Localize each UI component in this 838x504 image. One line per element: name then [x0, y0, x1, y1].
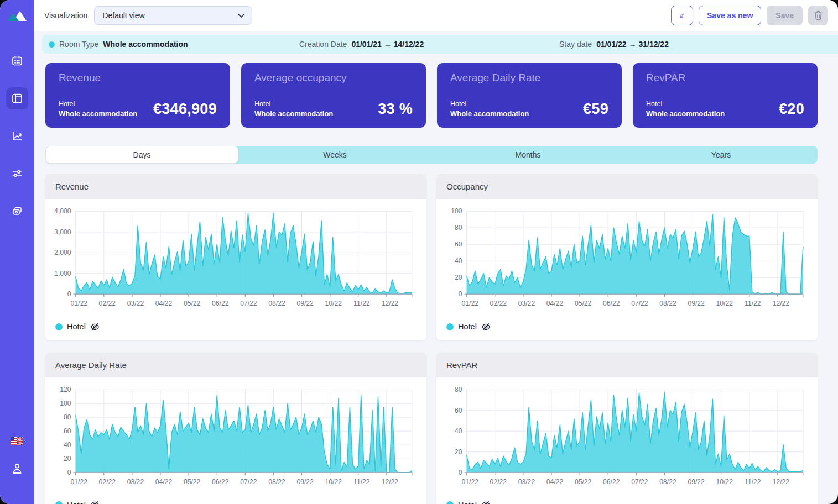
svg-text:0: 0 — [67, 469, 71, 476]
svg-text:01/22: 01/22 — [71, 300, 88, 307]
svg-text:12/22: 12/22 — [773, 300, 790, 307]
sidebar-item-analytics[interactable] — [6, 125, 28, 147]
kpi-value: €59 — [583, 101, 608, 118]
room-type-filter[interactable]: Room Type Whole accommodation — [42, 40, 299, 49]
svg-text:3,000: 3,000 — [54, 228, 71, 236]
creation-date-label: Creation Date — [299, 40, 347, 49]
kpi-card-revpar: RevPAR Hotel Whole accommodation €20 — [633, 63, 818, 128]
svg-text:02/22: 02/22 — [490, 478, 507, 486]
kpi-title: Average Daily Rate — [450, 72, 608, 84]
kpi-property: Hotel — [59, 99, 137, 109]
svg-text:20: 20 — [64, 455, 71, 463]
svg-text:02/22: 02/22 — [99, 478, 116, 486]
svg-text:08/22: 08/22 — [268, 478, 285, 486]
sidebar-item-dashboard[interactable] — [6, 87, 28, 109]
series-dot-icon — [55, 323, 63, 330]
svg-text:09/22: 09/22 — [688, 300, 705, 307]
svg-text:60: 60 — [455, 406, 462, 414]
sidebar-item-filters[interactable] — [6, 162, 28, 185]
hide-series-toggle[interactable] — [481, 500, 491, 504]
kpi-property: Hotel — [254, 99, 333, 109]
svg-text:40: 40 — [455, 257, 462, 265]
eye-off-icon — [481, 322, 491, 332]
revpar-chart-panel: RevPAR 02040608001/2202/2203/2204/2205/2… — [436, 353, 818, 504]
sidebar-item-calendar[interactable] — [6, 50, 28, 72]
edit-view-button[interactable] — [671, 6, 693, 25]
svg-text:10/22: 10/22 — [325, 300, 342, 307]
topbar-actions: Save as new Save — [671, 6, 828, 25]
view-select[interactable]: Default view — [94, 6, 252, 25]
svg-text:09/22: 09/22 — [688, 478, 705, 486]
chart-legend: Hotel — [436, 494, 818, 504]
svg-text:20: 20 — [455, 448, 462, 455]
room-type-dot-icon — [49, 41, 55, 48]
kpi-property: Hotel — [450, 99, 529, 109]
hide-series-toggle[interactable] — [481, 322, 491, 332]
svg-text:06/22: 06/22 — [212, 478, 229, 486]
svg-text:02/22: 02/22 — [99, 300, 116, 307]
filter-bar[interactable]: Room Type Whole accommodation Creation D… — [42, 35, 838, 54]
tab-years[interactable]: Years — [624, 146, 818, 164]
delete-view-button[interactable] — [808, 6, 828, 25]
chart-legend: Hotel — [436, 316, 818, 340]
svg-text:05/22: 05/22 — [184, 300, 201, 307]
svg-text:03/22: 03/22 — [127, 300, 144, 307]
hide-series-toggle[interactable] — [90, 322, 100, 332]
copy-cards-icon — [11, 205, 23, 217]
creation-date-value: 01/01/21 → 14/12/22 — [351, 40, 424, 49]
chevron-down-icon — [237, 13, 245, 18]
kpi-segment: Whole accommodation — [59, 109, 137, 118]
svg-text:11/22: 11/22 — [353, 478, 370, 486]
series-dot-icon — [446, 501, 454, 504]
kpi-card-average-daily-rate: Average Daily Rate Hotel Whole accommoda… — [437, 63, 622, 128]
kpi-segment: Whole accommodation — [646, 109, 725, 118]
chart-title: RevPAR — [436, 353, 818, 377]
revenue-chart[interactable]: 01,0002,0003,0004,00001/2202/2203/2204/2… — [45, 199, 426, 316]
chart-legend: Hotel — [45, 316, 426, 340]
series-label: Hotel — [67, 322, 86, 331]
content-scroll-area[interactable]: Revenue Hotel Whole accommodation €346,9… — [34, 54, 838, 504]
svg-text:05/22: 05/22 — [575, 478, 592, 486]
main-area: Visualization Default view Save as new S… — [34, 0, 838, 504]
svg-text:10/22: 10/22 — [716, 300, 733, 307]
svg-text:100: 100 — [451, 207, 462, 215]
svg-text:07/22: 07/22 — [240, 478, 257, 486]
kpi-value: €20 — [779, 101, 804, 118]
svg-text:08/22: 08/22 — [268, 300, 285, 307]
svg-text:08/22: 08/22 — [659, 478, 676, 486]
revenue-chart-panel: Revenue 01,0002,0003,0004,00001/2202/220… — [45, 174, 426, 340]
company-logo[interactable] — [7, 9, 27, 23]
svg-text:07/22: 07/22 — [631, 300, 648, 307]
creation-date-filter[interactable]: Creation Date 01/01/21 → 14/12/22 — [299, 40, 559, 49]
svg-text:80: 80 — [455, 386, 462, 393]
series-label: Hotel — [67, 501, 86, 504]
adr-chart[interactable]: 02040608010012001/2202/2203/2204/2205/22… — [45, 377, 426, 494]
occupancy-chart-panel: Occupancy 02040608010001/2202/2203/2204/… — [436, 174, 818, 340]
svg-text:60: 60 — [455, 240, 462, 248]
profile-icon[interactable] — [11, 462, 24, 477]
occupancy-chart[interactable]: 02040608010001/2202/2203/2204/2205/2206/… — [436, 199, 818, 316]
kpi-cards-row: Revenue Hotel Whole accommodation €346,9… — [34, 54, 838, 128]
sidebar-item-screens[interactable] — [6, 200, 28, 222]
save-as-new-button[interactable]: Save as new — [699, 6, 761, 25]
hide-series-toggle[interactable] — [90, 500, 100, 504]
stay-date-filter[interactable]: Stay date 01/01/22 → 31/12/22 — [559, 40, 838, 49]
tab-months[interactable]: Months — [431, 146, 624, 164]
pencil-icon — [679, 11, 685, 20]
svg-text:2,000: 2,000 — [54, 249, 71, 256]
revpar-chart[interactable]: 02040608001/2202/2203/2204/2205/2206/220… — [436, 377, 818, 494]
charts-grid: Revenue 01,0002,0003,0004,00001/2202/220… — [34, 164, 838, 504]
tab-days[interactable]: Days — [45, 146, 238, 164]
series-label: Hotel — [458, 322, 477, 331]
eye-off-icon — [90, 322, 100, 332]
eye-off-icon — [481, 500, 491, 504]
save-button[interactable]: Save — [767, 6, 803, 25]
svg-text:03/22: 03/22 — [127, 478, 144, 486]
language-flag-icon[interactable] — [11, 437, 23, 448]
trash-icon — [814, 11, 823, 20]
chart-title: Revenue — [45, 174, 426, 199]
tab-weeks[interactable]: Weeks — [238, 146, 431, 164]
granularity-tabs: Days Weeks Months Years — [45, 146, 818, 164]
svg-text:05/22: 05/22 — [184, 478, 201, 486]
sidebar — [0, 0, 34, 504]
